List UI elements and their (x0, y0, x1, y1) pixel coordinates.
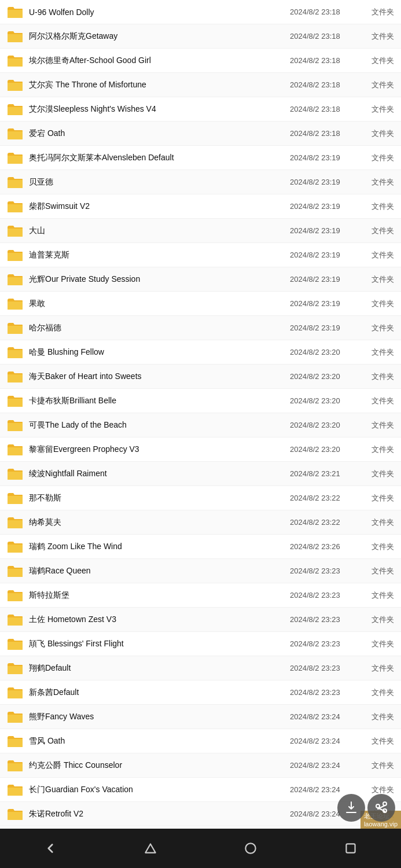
table-row[interactable]: 爱宕 Oath 2024/8/2 23:18 文件夹 (0, 122, 401, 146)
table-row[interactable]: 埃尔德里奇After-School Good Girl 2024/8/2 23:… (0, 49, 401, 73)
table-row[interactable]: 阿尔汉格尔斯克Getaway 2024/8/2 23:18 文件夹 (0, 24, 401, 49)
table-row[interactable]: 艾尔漠Sleepless Night's Wishes V4 2024/8/2 … (0, 97, 401, 122)
folder-icon (7, 103, 23, 116)
folder-icon (7, 613, 23, 626)
file-date: 2024/8/2 23:19 (290, 275, 365, 284)
folder-icon (7, 370, 23, 383)
file-date: 2024/8/2 23:20 (290, 445, 365, 454)
share-fab[interactable] (367, 794, 395, 822)
svg-marker-0 (145, 844, 155, 852)
folder-icon (7, 443, 23, 456)
table-row[interactable]: 卡捷布狄斯Brilliant Belle 2024/8/2 23:20 文件夹 (0, 389, 401, 413)
file-date: 2024/8/2 23:20 (290, 372, 365, 381)
file-type: 文件夹 (365, 347, 394, 358)
download-fab[interactable] (337, 794, 365, 822)
table-row[interactable]: 迪普莱克斯 2024/8/2 23:19 文件夹 (0, 243, 401, 267)
folder-icon (7, 249, 23, 262)
table-row[interactable]: 约克公爵 Thicc Counselor 2024/8/2 23:24 文件夹 (0, 753, 401, 778)
table-row[interactable]: 纳希莫夫 2024/8/2 23:22 文件夹 (0, 510, 401, 535)
file-name: 瑞鹤 Zoom Like The Wind (29, 542, 290, 552)
file-date: 2024/8/2 23:23 (290, 615, 365, 624)
folder-icon (7, 6, 23, 19)
table-row[interactable]: 哈曼 Blushing Fellow 2024/8/2 23:20 文件夹 (0, 340, 401, 365)
folder-icon (7, 638, 23, 650)
file-date: 2024/8/2 23:24 (290, 737, 365, 745)
folder-icon (7, 735, 23, 748)
file-name: 那不勒斯 (29, 493, 290, 503)
nav-square[interactable] (336, 834, 365, 863)
folder-icon (7, 297, 23, 310)
file-name: 约克公爵 Thicc Counselor (29, 760, 290, 771)
table-row[interactable]: 土佐 Hometown Zest V3 2024/8/2 23:23 文件夹 (0, 608, 401, 632)
table-row[interactable]: 海天Baker of Heart into Sweets 2024/8/2 23… (0, 365, 401, 389)
file-name: 瑞鹤Race Queen (29, 566, 290, 576)
table-row[interactable]: 瑞鹤 Zoom Like The Wind 2024/8/2 23:26 文件夹 (0, 535, 401, 559)
bottom-nav (0, 829, 401, 868)
folder-icon (7, 686, 23, 699)
file-date: 2024/8/2 23:18 (290, 129, 365, 138)
table-row[interactable]: U-96 Wolfen Dolly 2024/8/2 23:18 文件夹 (0, 0, 401, 24)
table-row[interactable]: 翔鹤Default 2024/8/2 23:23 文件夹 (0, 656, 401, 681)
file-name: 迪普莱克斯 (29, 250, 290, 260)
file-type: 文件夹 (365, 493, 394, 503)
file-type: 文件夹 (365, 396, 394, 406)
file-name: 土佐 Hometown Zest V3 (29, 615, 290, 625)
file-type: 文件夹 (365, 80, 394, 90)
nav-home[interactable] (236, 834, 265, 863)
file-date: 2024/8/2 23:22 (290, 518, 365, 527)
table-row[interactable]: 可畏The Lady of the Beach 2024/8/2 23:20 文… (0, 413, 401, 437)
file-type: 文件夹 (365, 153, 394, 163)
file-name: 黎塞留Evergreen Prophecy V3 (29, 444, 290, 455)
file-name: 大山 (29, 226, 290, 236)
folder-icon (7, 395, 23, 407)
file-name: U-96 Wolfen Dolly (29, 8, 290, 17)
file-name: 哈曼 Blushing Fellow (29, 347, 290, 358)
table-row[interactable]: 頏飞 Blessings' First Flight 2024/8/2 23:2… (0, 632, 401, 656)
file-date: 2024/8/2 23:19 (290, 153, 365, 162)
table-row[interactable]: 大山 2024/8/2 23:19 文件夹 (0, 219, 401, 243)
file-type: 文件夹 (365, 128, 394, 139)
file-date: 2024/8/2 23:18 (290, 105, 365, 113)
table-row[interactable]: 新条茜Default 2024/8/2 23:23 文件夹 (0, 681, 401, 705)
table-row[interactable]: 光辉Our Private Study Session 2024/8/2 23:… (0, 267, 401, 292)
file-type: 文件夹 (365, 566, 394, 576)
file-date: 2024/8/2 23:19 (290, 323, 365, 332)
table-row[interactable]: 绫波Nightfall Raiment 2024/8/2 23:21 文件夹 (0, 462, 401, 486)
file-type: 文件夹 (365, 615, 394, 625)
file-type: 文件夹 (365, 736, 394, 746)
folder-icon (7, 662, 23, 675)
file-date: 2024/8/2 23:19 (290, 299, 365, 308)
folder-icon (7, 176, 23, 189)
file-type: 文件夹 (365, 785, 394, 795)
file-name: 熊野Fancy Waves (29, 712, 290, 722)
svg-point-1 (245, 843, 255, 853)
nav-back[interactable] (36, 834, 65, 863)
table-row[interactable]: 斯特拉斯堡 2024/8/2 23:23 文件夹 (0, 583, 401, 608)
fab-container (337, 794, 395, 822)
file-type: 文件夹 (365, 299, 394, 309)
file-type: 文件夹 (365, 177, 394, 187)
file-name: 艾尔漠Sleepless Night's Wishes V4 (29, 104, 290, 115)
table-row[interactable]: 哈尔福德 2024/8/2 23:19 文件夹 (0, 316, 401, 340)
table-row[interactable]: 瑞鹤Race Queen 2024/8/2 23:23 文件夹 (0, 559, 401, 583)
file-date: 2024/8/2 23:24 (290, 761, 365, 770)
file-type: 文件夹 (365, 639, 394, 649)
table-row[interactable]: 奥托冯阿尔文斯莱本Alvensleben Default 2024/8/2 23… (0, 146, 401, 170)
table-row[interactable]: 果敢 2024/8/2 23:19 文件夹 (0, 292, 401, 316)
table-row[interactable]: 艾尔宾 The Throne of Misfortune 2024/8/2 23… (0, 73, 401, 97)
file-name: 翔鹤Default (29, 663, 290, 674)
table-row[interactable]: 那不勒斯 2024/8/2 23:22 文件夹 (0, 486, 401, 510)
folder-icon (7, 152, 23, 164)
file-name: 頏飞 Blessings' First Flight (29, 639, 290, 649)
table-row[interactable]: 黎塞留Evergreen Prophecy V3 2024/8/2 23:20 … (0, 437, 401, 462)
table-row[interactable]: 柴郡Swimsuit V2 2024/8/2 23:19 文件夹 (0, 194, 401, 219)
file-type: 文件夹 (365, 444, 394, 455)
folder-icon (7, 200, 23, 213)
table-row[interactable]: 雪风 Oath 2024/8/2 23:24 文件夹 (0, 729, 401, 753)
file-list: U-96 Wolfen Dolly 2024/8/2 23:18 文件夹 阿尔汉… (0, 0, 401, 868)
nav-triangle[interactable] (136, 834, 165, 863)
table-row[interactable]: 贝亚德 2024/8/2 23:19 文件夹 (0, 170, 401, 194)
file-name: 海天Baker of Heart into Sweets (29, 372, 290, 382)
file-name: 长门Guardian Fox's Vacation (29, 785, 290, 795)
table-row[interactable]: 熊野Fancy Waves 2024/8/2 23:24 文件夹 (0, 705, 401, 729)
